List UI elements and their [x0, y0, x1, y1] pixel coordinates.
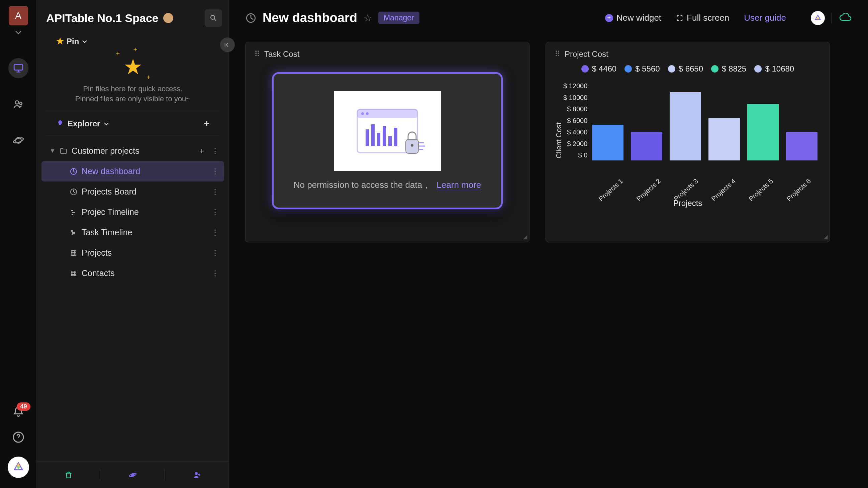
legend-item[interactable]: $ 6650	[668, 64, 703, 73]
collapse-icon	[224, 41, 231, 48]
bar[interactable]	[747, 104, 779, 160]
resize-handle[interactable]: ◢	[824, 234, 828, 240]
tree-item-projects[interactable]: Projects ⋮	[41, 243, 224, 263]
favorite-button[interactable]: ☆	[363, 12, 372, 24]
tree-item-label: New dashboard	[82, 166, 140, 176]
avatar[interactable]: A	[9, 6, 28, 25]
invite-button[interactable]	[165, 470, 229, 479]
tree-item-new-dashboard[interactable]: New dashboard ⋮	[41, 161, 224, 182]
svg-point-22	[361, 112, 364, 115]
drag-handle-icon[interactable]: ⠿	[254, 50, 260, 59]
tree-item-projects-board[interactable]: Projects Board ⋮	[41, 182, 224, 202]
sync-status-button[interactable]	[839, 13, 852, 23]
add-node-button[interactable]: +	[204, 118, 209, 129]
dashboard-icon	[69, 167, 78, 175]
chart-area: Client Cost $ 12000$ 10000$ 8000$ 6000$ …	[555, 80, 821, 200]
y-tick: $ 2000	[567, 140, 587, 148]
template-tab[interactable]	[8, 130, 28, 151]
pin-toggle[interactable]: ★ Pin	[56, 36, 209, 46]
folder-add-button[interactable]: +	[199, 147, 204, 156]
trash-button[interactable]	[37, 470, 101, 479]
widget-project-cost[interactable]: ⠿ Project Cost $ 4460$ 5560$ 6650$ 8825$…	[546, 42, 830, 242]
fullscreen-button[interactable]: Full screen	[676, 13, 729, 23]
tree-item-more-button[interactable]: ⋮	[211, 249, 219, 257]
bar[interactable]	[631, 132, 662, 160]
legend-dot-icon	[581, 65, 589, 72]
folder-more-button[interactable]: ⋮	[211, 147, 219, 155]
y-tick: $ 6000	[567, 117, 587, 125]
space-title[interactable]: APITable No.1 Space	[46, 12, 159, 25]
search-button[interactable]	[205, 9, 222, 27]
new-widget-button[interactable]: + New widget	[605, 13, 661, 23]
notifications-button[interactable]: 49	[12, 406, 24, 418]
tree-item-more-button[interactable]: ⋮	[211, 167, 219, 176]
brand-button[interactable]	[811, 11, 825, 25]
app-logo[interactable]	[8, 457, 29, 478]
help-icon	[12, 431, 24, 443]
svg-point-19	[817, 17, 819, 20]
templates-button[interactable]	[101, 470, 165, 479]
svg-rect-13	[72, 232, 75, 234]
svg-rect-11	[71, 214, 73, 215]
user-guide-link[interactable]: User guide	[744, 13, 786, 23]
nav-rail: A 49	[0, 0, 37, 488]
pin-empty-line1: Pin files here for quick access.	[56, 85, 209, 93]
x-axis-labels: Projects 1Projects 2Projects 3Projects 4…	[592, 186, 817, 194]
legend-item[interactable]: $ 8825	[711, 64, 746, 73]
svg-point-4	[13, 137, 24, 144]
bar[interactable]	[708, 118, 740, 160]
tree-item-contacts[interactable]: Contacts ⋮	[41, 263, 224, 284]
bar[interactable]	[592, 125, 623, 160]
tree-item-more-button[interactable]: ⋮	[211, 269, 219, 278]
workbench-tab[interactable]	[8, 58, 28, 78]
page-title[interactable]: New dashboard	[262, 11, 357, 25]
planet-icon	[13, 135, 24, 146]
legend-dot-icon	[754, 65, 762, 72]
tree-folder-customer-projects[interactable]: ▼ Customer projects + ⋮	[41, 141, 224, 161]
resize-handle[interactable]: ◢	[523, 234, 527, 240]
dashboard-icon	[245, 12, 256, 24]
tree-item-more-button[interactable]: ⋮	[211, 188, 219, 196]
tree-item-label: Contacts	[82, 268, 115, 278]
monitor-icon	[13, 63, 24, 74]
collapse-sidebar-button[interactable]	[220, 37, 235, 52]
dashboard-icon	[69, 188, 78, 196]
legend-dot-icon	[711, 65, 718, 72]
widget-task-cost[interactable]: ⠿ Task Cost	[245, 42, 529, 242]
y-tick: $ 4000	[567, 128, 587, 136]
legend-item[interactable]: $ 10680	[754, 64, 794, 73]
legend-label: $ 5560	[635, 64, 660, 73]
y-tick: $ 0	[578, 152, 587, 159]
tree-item-label: Task Timeline	[82, 228, 132, 237]
learn-more-link[interactable]: Learn more	[436, 180, 481, 190]
file-tree: ▼ Customer projects + ⋮ New dashboard ⋮ …	[37, 135, 229, 289]
pin-empty-illustration: ★ + + + Pin files here for quick access.…	[56, 55, 209, 103]
explorer-label: Explorer	[68, 119, 100, 128]
legend-item[interactable]: $ 5560	[624, 64, 660, 73]
legend-label: $ 4460	[592, 64, 617, 73]
logo-icon	[813, 14, 822, 22]
contacts-tab[interactable]	[8, 94, 28, 114]
svg-rect-14	[71, 234, 73, 235]
rocket-icon	[56, 120, 64, 128]
caret-down-icon: ▼	[50, 148, 56, 155]
role-badge[interactable]: Manager	[378, 12, 420, 24]
drag-handle-icon[interactable]: ⠿	[555, 50, 561, 59]
svg-point-23	[366, 112, 369, 115]
bar[interactable]	[670, 92, 701, 160]
svg-rect-29	[394, 128, 397, 146]
tree-item-more-button[interactable]: ⋮	[211, 228, 219, 237]
tree-item-more-button[interactable]: ⋮	[211, 208, 219, 217]
legend-item[interactable]: $ 4460	[581, 64, 617, 73]
tree-item-task-timeline[interactable]: Task Timeline ⋮	[41, 222, 224, 243]
tree-item-label: Projects	[82, 248, 112, 258]
people-icon	[13, 99, 24, 110]
svg-rect-27	[383, 126, 386, 146]
bar[interactable]	[786, 132, 817, 160]
explorer-header[interactable]: Explorer +	[46, 110, 219, 135]
help-button[interactable]	[12, 431, 24, 443]
plan-badge-icon[interactable]	[163, 13, 173, 23]
tree-item-projec-timeline[interactable]: Projec Timeline ⋮	[41, 202, 224, 222]
legend-label: $ 10680	[765, 64, 794, 73]
workspace-switcher[interactable]	[15, 30, 22, 35]
